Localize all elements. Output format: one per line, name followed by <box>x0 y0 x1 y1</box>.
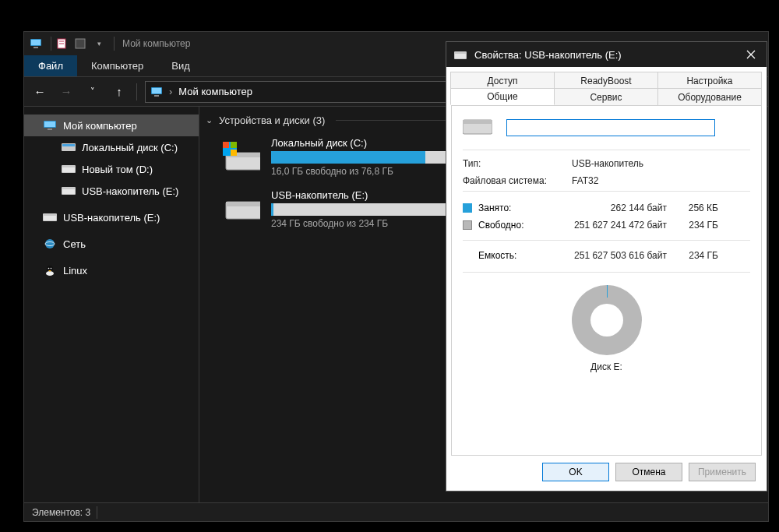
tree-label: USB-накопитель (E:) <box>82 185 178 197</box>
qat-dropdown-icon[interactable]: ▾ <box>92 37 106 51</box>
tree-local-disk-c[interactable]: Локальный диск (C:) <box>24 136 199 158</box>
tab-settings[interactable]: Настройка <box>657 72 762 89</box>
hdd-icon <box>43 212 57 223</box>
tb-sep <box>51 37 51 51</box>
menu-view[interactable]: Вид <box>157 55 204 76</box>
hdd-icon <box>454 50 467 59</box>
nav-back[interactable]: ← <box>30 83 49 101</box>
chevron-right-icon[interactable]: › <box>169 86 172 97</box>
linux-icon <box>43 265 57 276</box>
svg-rect-29 <box>231 142 237 148</box>
properties-qat-icon[interactable] <box>73 37 87 51</box>
fs-label: Файловая система: <box>463 175 572 186</box>
chevron-down-icon[interactable]: ⌄ <box>206 115 213 125</box>
tree-label: USB-накопитель (E:) <box>63 212 160 224</box>
svg-rect-30 <box>223 150 229 156</box>
hdd-icon <box>463 117 492 139</box>
capacity-human: 234 ГБ <box>671 250 718 261</box>
svg-rect-6 <box>152 88 161 93</box>
svg-rect-16 <box>62 189 75 194</box>
svg-point-23 <box>48 268 50 270</box>
used-label: Занято: <box>478 203 545 213</box>
svg-rect-12 <box>62 144 75 146</box>
hdd-windows-icon <box>223 142 260 173</box>
type-value: USB-накопитель <box>572 158 750 169</box>
capacity-bytes: 251 627 503 616 байт <box>550 250 667 261</box>
drive-usage-bar <box>271 203 466 216</box>
statusbar: Элементов: 3 <box>24 502 768 521</box>
drive-usage-bar <box>271 151 466 164</box>
sidebar: Мой компьютер Локальный диск (C:) Новый … <box>24 107 199 502</box>
nav-up[interactable]: ↑ <box>110 83 129 101</box>
tree-label: Локальный диск (C:) <box>82 142 178 153</box>
divider <box>463 272 750 273</box>
drive-name-input[interactable] <box>506 119 715 136</box>
divider <box>463 240 750 241</box>
svg-rect-9 <box>44 122 55 127</box>
tab-service[interactable]: Сервис <box>554 88 658 105</box>
free-bytes: 251 627 241 472 байт <box>550 220 667 231</box>
tree-network[interactable]: Сеть <box>24 233 199 255</box>
group-header-label: Устройства и диски (3) <box>219 115 325 126</box>
tree-label: Linux <box>63 265 87 277</box>
tree-usb-e[interactable]: USB-накопитель (E:) <box>24 180 199 202</box>
svg-rect-37 <box>463 120 492 124</box>
svg-rect-14 <box>62 167 75 172</box>
hdd-icon <box>223 194 260 225</box>
dialog-buttons: OK Отмена Применить <box>542 463 756 481</box>
free-human: 234 ГБ <box>671 220 718 231</box>
drive-name: Локальный диск (C:) <box>271 137 466 149</box>
drive-subtext: 16,0 ГБ свободно из 76,8 ГБ <box>271 166 466 177</box>
divider <box>463 150 750 150</box>
cancel-button[interactable]: Отмена <box>615 463 682 481</box>
used-swatch <box>463 203 472 213</box>
tab-access[interactable]: Доступ <box>450 72 555 89</box>
menu-computer[interactable]: Компьютер <box>77 55 157 76</box>
usage-table: Занято: 262 144 байт 256 КБ Свободно: 25… <box>463 199 750 264</box>
svg-rect-1 <box>31 40 41 45</box>
svg-rect-33 <box>226 202 260 206</box>
tab-hardware[interactable]: Оборудование <box>657 88 762 105</box>
hdd-icon <box>62 185 76 196</box>
properties-titlebar[interactable]: Свойства: USB-накопитель (E:) <box>446 42 767 67</box>
tree-usb-e-root[interactable]: USB-накопитель (E:) <box>24 206 199 228</box>
nav-forward[interactable]: → <box>57 83 76 101</box>
svg-rect-4 <box>76 39 85 48</box>
free-swatch <box>463 220 472 230</box>
type-label: Тип: <box>463 158 572 169</box>
pc-icon <box>43 120 57 131</box>
nav-sep <box>136 83 137 100</box>
hdd-icon <box>62 142 76 153</box>
close-button[interactable] <box>735 42 767 67</box>
drive-name: USB-накопитель (E:) <box>271 189 466 201</box>
quick-access-icon[interactable] <box>55 37 69 51</box>
used-bytes: 262 144 байт <box>550 203 667 213</box>
tab-readyboost[interactable]: ReadyBoost <box>554 72 658 89</box>
tb-sep <box>114 37 115 51</box>
fs-value: FAT32 <box>572 175 750 186</box>
ok-button[interactable]: OK <box>542 463 609 481</box>
window-title: Мой компьютер <box>122 38 190 49</box>
tab-general[interactable]: Общие <box>450 88 555 105</box>
address-location[interactable]: Мой компьютер <box>178 86 252 97</box>
tree-my-computer[interactable]: Мой компьютер <box>24 115 199 136</box>
apply-button[interactable]: Применить <box>689 463 756 481</box>
svg-rect-2 <box>33 47 38 48</box>
svg-rect-28 <box>223 142 229 148</box>
svg-rect-18 <box>44 216 56 220</box>
usage-pie-chart <box>572 285 642 355</box>
network-icon <box>43 238 57 249</box>
tree-linux[interactable]: Linux <box>24 259 199 281</box>
svg-point-19 <box>45 239 55 248</box>
tree-label: Новый том (D:) <box>82 164 153 175</box>
status-item-count: Элементов: 3 <box>32 507 90 518</box>
menu-file[interactable]: Файл <box>24 55 77 76</box>
hdd-icon <box>62 164 76 174</box>
svg-rect-31 <box>231 150 237 156</box>
divider <box>463 191 750 192</box>
tab-pane-general: Тип: USB-накопитель Файловая система: FA… <box>451 105 762 456</box>
nav-recent-dropdown[interactable]: ˅ <box>83 83 102 101</box>
pc-icon <box>29 37 43 51</box>
tabs-row-2: Общие Сервис Оборудование <box>446 89 767 105</box>
tree-new-volume-d[interactable]: Новый том (D:) <box>24 158 199 180</box>
